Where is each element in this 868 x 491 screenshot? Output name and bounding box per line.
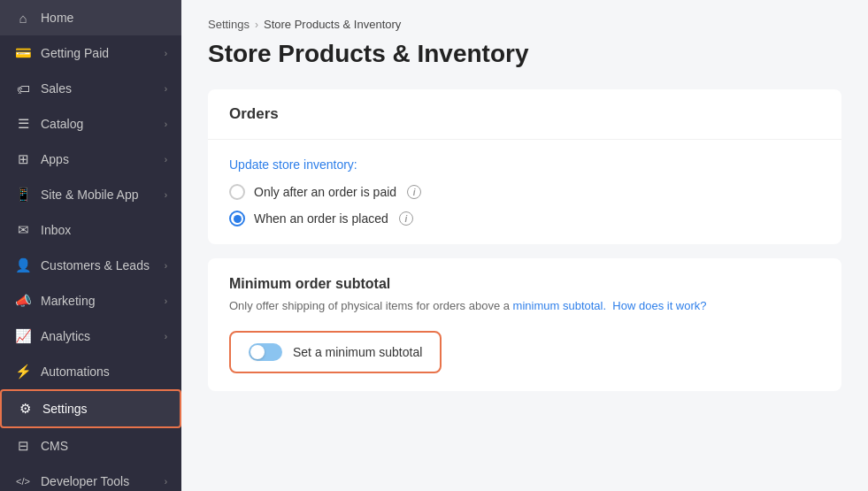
chevron-icon: › <box>165 332 167 341</box>
toggle-label: Set a minimum subtotal <box>293 345 422 359</box>
orders-card: Orders Update store inventory: Only afte… <box>208 89 841 244</box>
sidebar-item-customers-leads[interactable]: 👤 Customers & Leads › <box>0 248 181 283</box>
sidebar-item-automations[interactable]: ⚡ Automations <box>0 354 181 389</box>
chevron-icon: › <box>165 119 167 129</box>
radio-circle-paid <box>229 184 245 200</box>
breadcrumb: Settings › Store Products & Inventory <box>208 18 841 31</box>
sidebar-item-apps[interactable]: ⊞ Apps › <box>0 142 181 177</box>
sidebar-item-label: Marketing <box>41 294 165 308</box>
sidebar-item-site-mobile[interactable]: 📱 Site & Mobile App › <box>0 177 181 212</box>
customers-icon: 👤 <box>14 257 32 274</box>
sidebar-item-label: CMS <box>41 439 167 453</box>
min-order-subtotal-link[interactable]: minimum subtotal. <box>513 299 606 312</box>
developer-tools-icon: </> <box>14 472 32 490</box>
sales-icon: 🏷 <box>14 80 32 97</box>
toggle-knob <box>250 345 265 359</box>
sidebar-item-inbox[interactable]: ✉ Inbox <box>0 212 181 248</box>
radio-circle-placed <box>229 211 245 226</box>
sidebar-item-label: Catalog <box>41 117 165 131</box>
minimum-order-description: Only offer shipping of physical items fo… <box>229 297 820 315</box>
minimum-order-card: Minimum order subtotal Only offer shippi… <box>208 258 841 391</box>
chevron-icon: › <box>165 84 167 94</box>
chevron-icon: › <box>165 477 167 487</box>
radio-option-placed[interactable]: When an order is placed i <box>229 211 820 226</box>
sidebar-item-label: Analytics <box>41 329 165 343</box>
sidebar-item-label: Sales <box>41 81 165 96</box>
toggle-row[interactable]: Set a minimum subtotal <box>229 331 442 373</box>
sidebar-item-cms[interactable]: ⊟ CMS <box>0 428 181 464</box>
sidebar-item-home[interactable]: ⌂ Home <box>0 0 181 35</box>
sidebar-item-label: Home <box>41 11 167 25</box>
info-icon-placed[interactable]: i <box>399 211 413 226</box>
radio-group: Only after an order is paid i When an or… <box>229 184 820 226</box>
orders-card-header: Orders <box>208 89 841 140</box>
sidebar-item-getting-paid[interactable]: 💳 Getting Paid › <box>0 35 181 71</box>
inbox-icon: ✉ <box>14 221 32 239</box>
chevron-icon: › <box>165 155 167 165</box>
analytics-icon: 📈 <box>14 327 32 345</box>
orders-card-body: Update store inventory: Only after an or… <box>208 140 841 244</box>
sidebar-item-label: Customers & Leads <box>41 258 165 272</box>
sidebar-item-label: Settings <box>42 402 165 416</box>
cms-icon: ⊟ <box>14 437 32 455</box>
chevron-icon: › <box>165 296 167 306</box>
sidebar-item-analytics[interactable]: 📈 Analytics › <box>0 318 181 354</box>
sidebar-item-settings[interactable]: ⚙ Settings <box>0 389 181 428</box>
site-mobile-icon: 📱 <box>14 186 32 203</box>
toggle-switch[interactable] <box>249 343 282 361</box>
breadcrumb-separator: › <box>255 19 258 31</box>
settings-icon: ⚙ <box>16 400 34 418</box>
sidebar-item-label: Getting Paid <box>41 46 165 60</box>
breadcrumb-parent[interactable]: Settings <box>208 18 250 31</box>
apps-icon: ⊞ <box>14 150 32 168</box>
minimum-order-card-body: Minimum order subtotal Only offer shippi… <box>208 258 841 391</box>
breadcrumb-current: Store Products & Inventory <box>264 18 401 31</box>
min-order-desc-text: Only offer shipping of physical items fo… <box>229 299 510 312</box>
orders-card-title: Orders <box>229 105 279 122</box>
sidebar: ⌂ Home 💳 Getting Paid › 🏷 Sales › ☰ Cata… <box>0 0 181 491</box>
catalog-icon: ☰ <box>14 115 32 133</box>
sidebar-item-label: Inbox <box>41 223 167 237</box>
minimum-order-title: Minimum order subtotal <box>229 276 820 292</box>
radio-label-placed: When an order is placed <box>254 211 388 226</box>
chevron-icon: › <box>165 190 167 200</box>
radio-label-paid: Only after an order is paid <box>254 185 396 199</box>
main-content: Settings › Store Products & Inventory St… <box>181 0 868 491</box>
inventory-label: Update store inventory: <box>229 157 820 172</box>
sidebar-item-catalog[interactable]: ☰ Catalog › <box>0 106 181 142</box>
info-icon-paid[interactable]: i <box>407 185 421 199</box>
sidebar-item-sales[interactable]: 🏷 Sales › <box>0 71 181 106</box>
automations-icon: ⚡ <box>14 363 32 380</box>
marketing-icon: 📣 <box>14 292 32 310</box>
chevron-icon: › <box>165 49 167 58</box>
radio-option-paid[interactable]: Only after an order is paid i <box>229 184 820 200</box>
sidebar-item-label: Developer Tools <box>41 474 165 488</box>
getting-paid-icon: 💳 <box>14 44 32 62</box>
page-title: Store Products & Inventory <box>208 40 841 68</box>
chevron-icon: › <box>165 261 167 271</box>
home-icon: ⌂ <box>14 9 32 27</box>
sidebar-item-marketing[interactable]: 📣 Marketing › <box>0 283 181 318</box>
sidebar-item-label: Apps <box>41 152 165 166</box>
sidebar-item-label: Site & Mobile App <box>41 188 165 202</box>
sidebar-item-developer-tools[interactable]: </> Developer Tools › <box>0 464 181 491</box>
sidebar-item-label: Automations <box>41 364 167 379</box>
min-order-howto-link[interactable]: How does it work? <box>612 299 706 312</box>
